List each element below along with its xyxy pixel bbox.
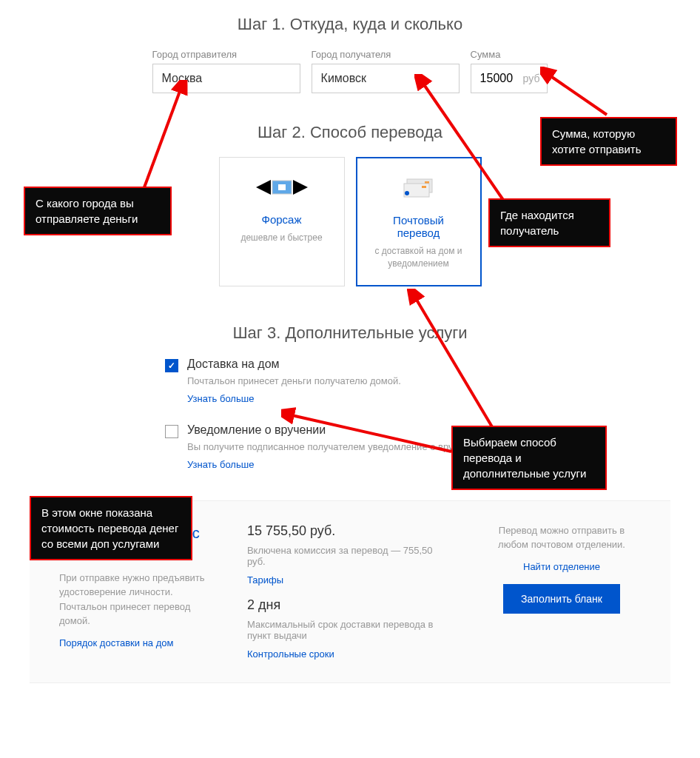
from-city-input[interactable] <box>152 64 300 93</box>
amount-label: Сумма <box>471 49 548 60</box>
step1-fields: Город отправителя Город получателя Сумма… <box>30 49 670 93</box>
opt1-link[interactable]: Узнать больше <box>187 393 254 404</box>
svg-rect-1 <box>278 184 286 190</box>
from-label: Город отправителя <box>152 49 300 60</box>
days-note: Максимальный срок доставки перевода в пу… <box>247 619 453 641</box>
card1-sub: дешевле и быстрее <box>235 232 329 244</box>
svg-rect-5 <box>422 186 426 188</box>
checkbox-notification[interactable] <box>165 425 178 438</box>
card-forsazh[interactable]: Форсаж дешевле и быстрее <box>219 157 345 286</box>
amount-input[interactable] <box>471 64 523 93</box>
price-note: Включена комиссия за перевод — 755,50 ру… <box>247 545 453 567</box>
summary-desc: При отправке нужно предъявить удостовере… <box>59 571 218 628</box>
step3-title: Шаг 3. Дополнительные услуги <box>30 323 670 343</box>
step1-title: Шаг 1. Откуда, куда и сколько <box>30 15 670 34</box>
delivery-order-link[interactable]: Порядок доставки на дом <box>59 637 173 648</box>
delivery-days: 2 дня <box>247 597 453 613</box>
callout-cost: В этом окне показана стоимость перевода … <box>30 496 192 560</box>
svg-point-6 <box>405 191 409 195</box>
amount-unit: руб <box>523 73 548 84</box>
forsazh-icon <box>235 172 329 202</box>
days-link[interactable]: Контрольные сроки <box>247 648 334 660</box>
callout-method: Выбираем способ перевода и дополнительны… <box>451 426 607 490</box>
callout-amount: Сумма, которую хотите отправить <box>540 117 677 166</box>
fill-form-button[interactable]: Заполнить бланк <box>503 584 620 614</box>
right-text: Перевод можно отправить в любом почтовом… <box>482 523 641 552</box>
to-city-input[interactable] <box>312 64 460 93</box>
card-postal[interactable]: Почтовый перевод с доставкой на дом и ув… <box>356 157 482 286</box>
total-price: 15 755,50 руб. <box>247 523 453 539</box>
tariff-link[interactable]: Тарифы <box>247 574 283 586</box>
opt1-desc: Почтальон принесет деньги получателю дом… <box>187 375 535 388</box>
card2-title: Почтовый перевод <box>372 214 465 239</box>
find-office-link[interactable]: Найти отделение <box>523 561 600 572</box>
to-label: Город получателя <box>312 49 460 60</box>
opt1-title: Доставка на дом <box>187 358 535 371</box>
callout-to: Где находится получатель <box>488 198 610 247</box>
checkbox-delivery[interactable] <box>165 359 178 372</box>
opt2-link[interactable]: Узнать больше <box>187 459 254 470</box>
card2-sub: с доставкой на дом и уведомлением <box>372 245 465 270</box>
card1-title: Форсаж <box>235 213 329 226</box>
callout-from: С какого города вы отправляете деньги <box>24 187 172 235</box>
postal-icon <box>372 173 465 203</box>
